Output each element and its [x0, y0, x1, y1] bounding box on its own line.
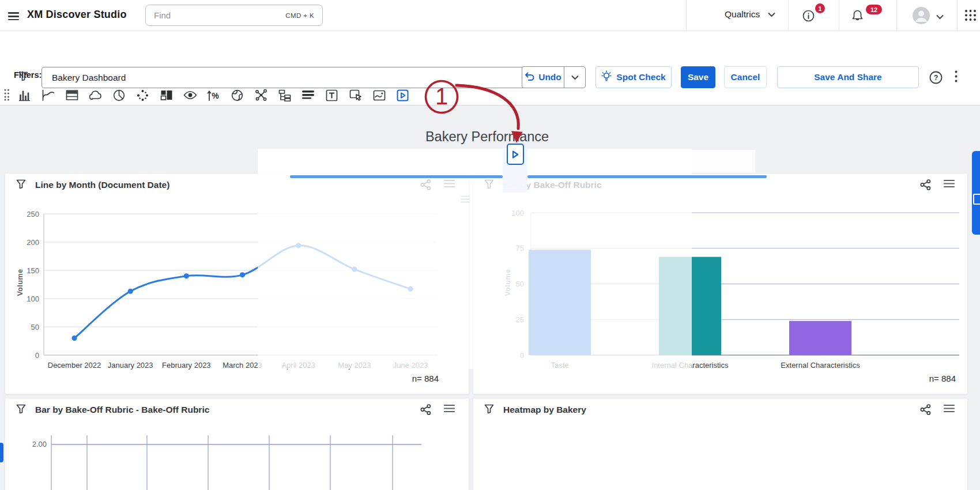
preview-eye-icon[interactable] [178, 85, 202, 105]
account-menu[interactable] [912, 6, 944, 27]
bar-chart-icon[interactable] [13, 85, 36, 105]
svg-text:150: 150 [27, 266, 39, 275]
undo-split-button: Undo [522, 66, 586, 88]
share-icon[interactable] [420, 179, 431, 193]
widget-menu-icon[interactable] [944, 404, 955, 417]
svg-text:March 2023: March 2023 [223, 361, 262, 370]
text-widget-icon[interactable] [320, 85, 344, 105]
svg-text:100: 100 [511, 209, 524, 217]
widget-menu-icon[interactable] [444, 179, 455, 193]
share-icon[interactable] [920, 404, 931, 417]
cloud-icon[interactable] [84, 85, 107, 105]
widget-title: Heatmap by Bakery [503, 405, 586, 415]
widget-filter-icon[interactable] [484, 179, 494, 191]
stacked-rows-icon[interactable] [296, 85, 320, 105]
grip-dots-icon[interactable] [0, 85, 13, 105]
svg-text:February 2023: February 2023 [162, 361, 211, 370]
divider [896, 0, 897, 31]
svg-text:Internal Characteristics: Internal Characteristics [652, 361, 729, 370]
info-button[interactable] [802, 10, 815, 24]
divider [957, 0, 958, 31]
image-widget-icon[interactable] [367, 85, 391, 105]
save-button[interactable]: Save [681, 66, 715, 88]
avatar [912, 6, 930, 27]
widget-filter-icon[interactable] [16, 179, 26, 191]
line-chart-plot: 050100150200250December 2022January 2023… [5, 174, 469, 394]
hamburger-menu-icon[interactable] [8, 10, 19, 22]
svg-text:May 2023: May 2023 [338, 361, 371, 370]
metric-icon[interactable] [131, 85, 154, 105]
org-switcher[interactable]: Qualtrics [725, 9, 775, 20]
drop-indicator-line [527, 175, 767, 178]
svg-text:50: 50 [516, 280, 524, 288]
network-icon[interactable] [249, 85, 273, 105]
svg-text:0: 0 [35, 351, 39, 360]
dragged-video-widget-icon[interactable] [507, 144, 524, 165]
dashboard-filter-icon[interactable] [18, 71, 28, 84]
table-icon[interactable] [60, 85, 84, 105]
share-icon[interactable] [420, 404, 431, 417]
notifications-bell-icon[interactable] [851, 9, 864, 24]
treemap-icon[interactable] [154, 85, 178, 105]
right-edit-rail[interactable] [972, 151, 980, 235]
save-and-share-button[interactable]: Save And Share [777, 66, 919, 88]
app-title: XM Discover Studio [27, 9, 127, 21]
widget-bar-by-rubric: Bar by Bake-Off Rubric Volume 0255075100… [473, 173, 968, 394]
y-axis-label: Volume [504, 269, 512, 296]
svg-text:100: 100 [27, 295, 39, 303]
divider [686, 0, 687, 31]
svg-text:25: 25 [516, 315, 524, 324]
widget-menu-icon[interactable] [444, 404, 455, 417]
bulb-icon [601, 70, 612, 84]
widget-bar-by-rubric-detail: Bar by Bake-Off Rubric - Bake-Off Rubric… [5, 398, 469, 490]
widget-drag-handle-icon[interactable] [461, 195, 470, 205]
svg-text:January 2023: January 2023 [108, 361, 153, 370]
kebab-menu-icon[interactable] [955, 70, 958, 85]
drop-indicator-line [290, 175, 503, 178]
share-icon[interactable] [920, 179, 931, 193]
widget-filter-icon[interactable] [16, 404, 26, 416]
map-globe-icon[interactable] [225, 85, 249, 105]
y-axis-label: Volume [16, 269, 24, 296]
divider [839, 0, 839, 31]
chevron-down-icon [936, 12, 944, 22]
bar-chart-plot: 0255075100TasteInternal CharacteristicsE… [473, 174, 967, 394]
widget-title: Line by Month (Document Date) [35, 180, 169, 190]
divider [788, 0, 789, 31]
apps-grid-icon[interactable] [965, 10, 976, 23]
help-button[interactable]: ? [929, 71, 943, 86]
notification-badge: 12 [866, 5, 882, 14]
svg-text:%: % [212, 91, 219, 100]
svg-text:0: 0 [520, 351, 524, 360]
widget-filter-icon[interactable] [484, 404, 494, 416]
svg-text:April 2023: April 2023 [281, 361, 315, 370]
find-shortcut: CMD + K [285, 12, 314, 19]
chevron-down-icon [768, 9, 775, 20]
dashboard-page-title: Bakery Performance [242, 129, 732, 145]
svg-text:200: 200 [27, 238, 39, 247]
xm-discover-studio-app: { "header": { "app_title": "XM Discover … [0, 0, 980, 490]
org-name: Qualtrics [725, 9, 760, 20]
undo-button[interactable]: Undo [522, 67, 564, 88]
video-widget-icon[interactable] [391, 85, 414, 105]
dashboard-name-input[interactable] [42, 67, 533, 88]
widget-heatmap-by-bakery: Heatmap by Bakery [473, 398, 968, 490]
widget-menu-icon[interactable] [944, 179, 955, 193]
trend-percent-icon[interactable]: % [202, 85, 225, 105]
pie-chart-icon[interactable] [107, 85, 131, 105]
widget-line-by-month: Line by Month (Document Date) Volume 050… [5, 173, 469, 394]
selector-widget-icon[interactable] [344, 85, 367, 105]
hierarchy-icon[interactable] [273, 85, 296, 105]
widget-toolbar: % [0, 85, 980, 105]
dashboard-edit-bar: Undo Spot Check Save Cancel Save And Sha… [0, 31, 980, 62]
left-edit-rail[interactable] [0, 443, 3, 462]
cancel-button[interactable]: Cancel [724, 66, 767, 88]
undo-history-chevron[interactable] [564, 67, 585, 88]
find-search-input[interactable]: Find CMD + K [145, 5, 323, 26]
find-placeholder: Find [154, 10, 171, 20]
svg-text:250: 250 [27, 210, 39, 218]
line-chart-icon[interactable] [36, 85, 60, 105]
info-badge: 1 [815, 3, 825, 13]
svg-text:?: ? [934, 74, 938, 82]
spot-check-button[interactable]: Spot Check [595, 66, 672, 88]
